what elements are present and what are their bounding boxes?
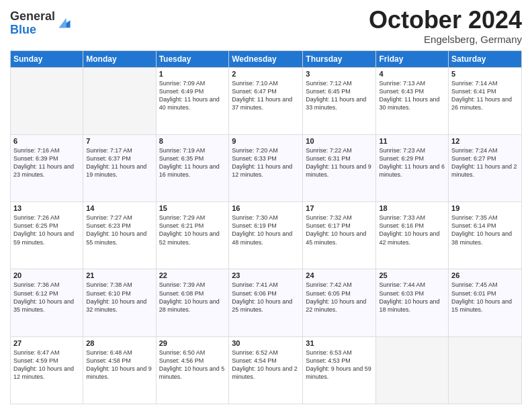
day-number: 3 <box>306 70 373 78</box>
calendar-header-saturday: Saturday <box>449 50 522 67</box>
calendar-cell: 24Sunrise: 7:42 AM Sunset: 6:05 PM Dayli… <box>303 269 376 336</box>
month-title: October 2024 <box>369 7 522 34</box>
calendar-cell: 8Sunrise: 7:19 AM Sunset: 6:35 PM Daylig… <box>156 134 229 201</box>
cell-content: Sunrise: 7:35 AM Sunset: 6:14 PM Dayligh… <box>451 214 519 246</box>
day-number: 9 <box>232 137 300 145</box>
calendar-cell: 18Sunrise: 7:33 AM Sunset: 6:16 PM Dayli… <box>376 202 449 269</box>
cell-content: Sunrise: 6:47 AM Sunset: 4:59 PM Dayligh… <box>13 349 80 381</box>
day-number: 12 <box>451 137 519 145</box>
cell-content: Sunrise: 7:19 AM Sunset: 6:35 PM Dayligh… <box>159 146 226 179</box>
cell-content: Sunrise: 7:12 AM Sunset: 6:45 PM Dayligh… <box>306 79 373 112</box>
day-number: 17 <box>306 204 373 212</box>
cell-content: Sunrise: 7:38 AM Sunset: 6:10 PM Dayligh… <box>86 281 152 314</box>
day-number: 27 <box>13 339 80 347</box>
calendar-cell: 19Sunrise: 7:35 AM Sunset: 6:14 PM Dayli… <box>449 202 522 269</box>
cell-content: Sunrise: 7:22 AM Sunset: 6:31 PM Dayligh… <box>306 146 373 179</box>
svg-marker-1 <box>59 17 66 28</box>
day-number: 23 <box>232 271 300 279</box>
calendar-cell: 28Sunrise: 6:48 AM Sunset: 4:58 PM Dayli… <box>83 336 156 404</box>
day-number: 18 <box>379 204 445 212</box>
calendar-cell: 9Sunrise: 7:20 AM Sunset: 6:33 PM Daylig… <box>229 134 303 201</box>
day-number: 24 <box>306 271 373 279</box>
cell-content: Sunrise: 6:50 AM Sunset: 4:56 PM Dayligh… <box>159 349 226 381</box>
cell-content: Sunrise: 7:27 AM Sunset: 6:23 PM Dayligh… <box>86 214 152 246</box>
day-number: 28 <box>86 339 152 347</box>
cell-content: Sunrise: 7:20 AM Sunset: 6:33 PM Dayligh… <box>232 146 300 179</box>
calendar-header-row: SundayMondayTuesdayWednesdayThursdayFrid… <box>11 50 522 67</box>
calendar-cell: 21Sunrise: 7:38 AM Sunset: 6:10 PM Dayli… <box>83 269 156 336</box>
calendar-header-friday: Friday <box>376 50 449 67</box>
calendar-cell: 2Sunrise: 7:10 AM Sunset: 6:47 PM Daylig… <box>229 67 303 134</box>
cell-content: Sunrise: 7:33 AM Sunset: 6:16 PM Dayligh… <box>379 214 445 246</box>
cell-content: Sunrise: 7:13 AM Sunset: 6:43 PM Dayligh… <box>379 79 445 112</box>
day-number: 26 <box>451 271 519 279</box>
cell-content: Sunrise: 7:10 AM Sunset: 6:47 PM Dayligh… <box>232 79 300 112</box>
cell-content: Sunrise: 7:41 AM Sunset: 6:06 PM Dayligh… <box>232 281 300 314</box>
location: Engelsberg, Germany <box>369 34 522 45</box>
day-number: 20 <box>13 271 80 279</box>
logo-text: General Blue <box>10 10 55 37</box>
day-number: 10 <box>306 137 373 145</box>
page: General Blue October 2024 Engelsberg, Ge… <box>0 0 532 411</box>
calendar-header-sunday: Sunday <box>11 50 83 67</box>
calendar-cell: 27Sunrise: 6:47 AM Sunset: 4:59 PM Dayli… <box>11 336 83 404</box>
cell-content: Sunrise: 7:09 AM Sunset: 6:49 PM Dayligh… <box>159 79 226 112</box>
day-number: 21 <box>86 271 152 279</box>
cell-content: Sunrise: 7:42 AM Sunset: 6:05 PM Dayligh… <box>306 281 373 314</box>
calendar-cell: 29Sunrise: 6:50 AM Sunset: 4:56 PM Dayli… <box>156 336 229 404</box>
cell-content: Sunrise: 7:26 AM Sunset: 6:25 PM Dayligh… <box>13 214 80 246</box>
cell-content: Sunrise: 7:29 AM Sunset: 6:21 PM Dayligh… <box>159 214 226 246</box>
day-number: 29 <box>159 339 226 347</box>
cell-content: Sunrise: 7:23 AM Sunset: 6:29 PM Dayligh… <box>379 146 445 179</box>
cell-content: Sunrise: 7:30 AM Sunset: 6:19 PM Dayligh… <box>232 214 300 246</box>
calendar-cell <box>376 336 449 404</box>
cell-content: Sunrise: 6:53 AM Sunset: 4:53 PM Dayligh… <box>306 349 373 381</box>
calendar-cell: 20Sunrise: 7:36 AM Sunset: 6:12 PM Dayli… <box>11 269 83 336</box>
day-number: 5 <box>451 70 519 78</box>
cell-content: Sunrise: 7:32 AM Sunset: 6:17 PM Dayligh… <box>306 214 373 246</box>
calendar-cell: 17Sunrise: 7:32 AM Sunset: 6:17 PM Dayli… <box>303 202 376 269</box>
day-number: 22 <box>159 271 226 279</box>
cell-content: Sunrise: 7:45 AM Sunset: 6:01 PM Dayligh… <box>451 281 519 314</box>
cell-content: Sunrise: 7:39 AM Sunset: 6:08 PM Dayligh… <box>159 281 226 314</box>
calendar-cell: 11Sunrise: 7:23 AM Sunset: 6:29 PM Dayli… <box>376 134 449 201</box>
day-number: 30 <box>232 339 300 347</box>
title-block: October 2024 Engelsberg, Germany <box>369 7 522 45</box>
calendar-header-tuesday: Tuesday <box>156 50 229 67</box>
calendar-cell: 22Sunrise: 7:39 AM Sunset: 6:08 PM Dayli… <box>156 269 229 336</box>
calendar-cell: 10Sunrise: 7:22 AM Sunset: 6:31 PM Dayli… <box>303 134 376 201</box>
calendar-cell: 12Sunrise: 7:24 AM Sunset: 6:27 PM Dayli… <box>449 134 522 201</box>
day-number: 11 <box>379 137 445 145</box>
calendar-cell: 6Sunrise: 7:16 AM Sunset: 6:39 PM Daylig… <box>11 134 83 201</box>
calendar-cell: 16Sunrise: 7:30 AM Sunset: 6:19 PM Dayli… <box>229 202 303 269</box>
day-number: 13 <box>13 204 80 212</box>
day-number: 25 <box>379 271 445 279</box>
calendar-cell: 25Sunrise: 7:44 AM Sunset: 6:03 PM Dayli… <box>376 269 449 336</box>
calendar-cell: 4Sunrise: 7:13 AM Sunset: 6:43 PM Daylig… <box>376 67 449 134</box>
cell-content: Sunrise: 7:16 AM Sunset: 6:39 PM Dayligh… <box>13 146 80 179</box>
calendar-cell: 15Sunrise: 7:29 AM Sunset: 6:21 PM Dayli… <box>156 202 229 269</box>
logo: General Blue <box>10 10 71 37</box>
calendar-cell: 31Sunrise: 6:53 AM Sunset: 4:53 PM Dayli… <box>303 336 376 404</box>
day-number: 8 <box>159 137 226 145</box>
day-number: 7 <box>86 137 152 145</box>
day-number: 19 <box>451 204 519 212</box>
day-number: 6 <box>13 137 80 145</box>
calendar-cell: 3Sunrise: 7:12 AM Sunset: 6:45 PM Daylig… <box>303 67 376 134</box>
day-number: 2 <box>232 70 300 78</box>
cell-content: Sunrise: 7:17 AM Sunset: 6:37 PM Dayligh… <box>86 146 152 179</box>
calendar-week-row: 13Sunrise: 7:26 AM Sunset: 6:25 PM Dayli… <box>11 202 522 269</box>
day-number: 31 <box>306 339 373 347</box>
calendar-cell: 14Sunrise: 7:27 AM Sunset: 6:23 PM Dayli… <box>83 202 156 269</box>
cell-content: Sunrise: 6:52 AM Sunset: 4:54 PM Dayligh… <box>232 349 300 381</box>
calendar-week-row: 27Sunrise: 6:47 AM Sunset: 4:59 PM Dayli… <box>11 336 522 404</box>
logo-icon <box>56 15 71 30</box>
calendar-cell: 26Sunrise: 7:45 AM Sunset: 6:01 PM Dayli… <box>449 269 522 336</box>
cell-content: Sunrise: 7:24 AM Sunset: 6:27 PM Dayligh… <box>451 146 519 179</box>
logo-general: General <box>10 9 55 23</box>
calendar-header-thursday: Thursday <box>303 50 376 67</box>
day-number: 15 <box>159 204 226 212</box>
logo-blue: Blue <box>10 23 36 36</box>
day-number: 1 <box>159 70 226 78</box>
calendar-cell: 23Sunrise: 7:41 AM Sunset: 6:06 PM Dayli… <box>229 269 303 336</box>
